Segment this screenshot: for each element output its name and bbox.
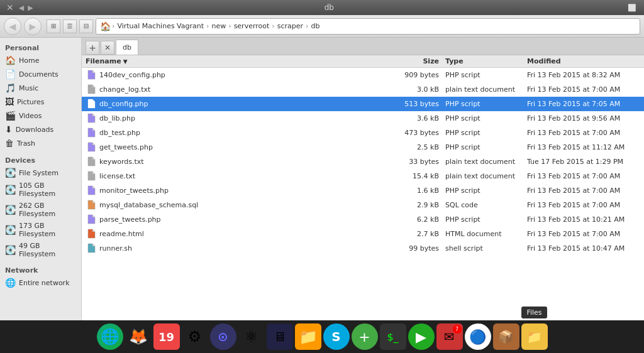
file-size: 909 bytes <box>389 71 445 79</box>
table-row[interactable]: license.txt 15.4 kB plain text document … <box>82 169 644 183</box>
file-list: 140dev_config.php 909 bytes PHP script F… <box>82 68 644 320</box>
taskbar-display[interactable]: 🖥 <box>267 323 293 350</box>
disk-105-icon: 💽 <box>5 185 16 195</box>
sidebar: Personal 🏠 Home 📄 Documents 🎵 Music 🖼 Pi… <box>0 38 82 320</box>
titlebar-right: ⬜ <box>625 4 639 12</box>
breadcrumb-item-4[interactable]: db <box>309 22 321 30</box>
file-modified: Fri 13 Feb 2015 at 7:05 AM <box>527 100 640 108</box>
taskbar-chrome[interactable]: 🔵 <box>465 323 491 350</box>
file-size: 2.7 kB <box>389 230 445 238</box>
sidebar-trash-label: Trash <box>17 139 35 148</box>
file-name: readme.html <box>99 230 389 238</box>
sidebar-item-pictures[interactable]: 🖼 Pictures <box>0 95 81 109</box>
file-size: 1.6 kB <box>389 187 445 195</box>
sep5: › <box>306 22 308 30</box>
col-filename-header[interactable]: Filename ▼ <box>86 57 389 65</box>
file-modified: Fri 13 Feb 2015 at 7:00 AM <box>527 172 640 180</box>
breadcrumb-item-2[interactable]: serverroot <box>233 22 271 30</box>
sidebar-item-filesystem[interactable]: 💽 File System <box>0 166 81 180</box>
file-name: runner.sh <box>99 244 389 253</box>
table-row[interactable]: 140dev_config.php 909 bytes PHP script F… <box>82 68 644 82</box>
table-row[interactable]: runner.sh 99 bytes shell script Fri 13 F… <box>82 241 644 256</box>
trash-icon: 🗑 <box>5 138 14 148</box>
taskbar-files-2[interactable]: 📁 <box>295 323 321 350</box>
table-row[interactable]: db_test.php 473 bytes PHP script Fri 13 … <box>82 126 644 140</box>
view-column-button[interactable]: ⊟ <box>79 19 93 33</box>
tab-db[interactable]: db <box>116 40 138 55</box>
table-row[interactable]: db_lib.php 3.6 kB PHP script Fri 13 Feb … <box>82 111 644 126</box>
sidebar-music-label: Music <box>19 84 38 92</box>
sidebar-item-network[interactable]: 🌐 Entire network <box>0 276 81 290</box>
sidebar-item-downloads[interactable]: ⬇ Downloads <box>0 122 81 136</box>
taskbar-add[interactable]: + <box>352 323 378 350</box>
file-type-icon <box>86 170 97 182</box>
close-btn[interactable]: ✕ <box>5 3 15 13</box>
taskbar-archive[interactable]: 📦 <box>493 323 519 350</box>
breadcrumb-home[interactable]: 🏠 <box>100 21 111 31</box>
table-row[interactable]: mysql_database_schema.sql 2.9 kB SQL cod… <box>82 198 644 212</box>
file-name: keywords.txt <box>99 158 389 166</box>
file-size: 3.0 kB <box>389 85 445 94</box>
downloads-icon: ⬇ <box>5 124 13 134</box>
sidebar-item-music[interactable]: 🎵 Music <box>0 81 81 95</box>
music-icon: 🎵 <box>5 83 16 93</box>
table-row[interactable]: get_tweets.php 2.5 kB PHP script Fri 13 … <box>82 140 644 155</box>
table-row[interactable]: readme.html 2.7 kB HTML document Fri 13 … <box>82 227 644 241</box>
view-grid-button[interactable]: ⊞ <box>47 19 60 33</box>
sep1: › <box>112 22 114 30</box>
file-size: 473 bytes <box>389 129 445 137</box>
file-modified: Fri 13 Feb 2015 at 7:00 AM <box>527 230 640 238</box>
table-row[interactable]: change_log.txt 3.0 kB plain text documen… <box>82 82 644 97</box>
nav-fwd-arrow: ▶ <box>28 4 33 12</box>
back-button[interactable]: ◀ <box>4 18 21 35</box>
table-row[interactable]: monitor_tweets.php 1.6 kB PHP script Fri… <box>82 183 644 198</box>
breadcrumb-item-0[interactable]: Virtual Machines Vagrant <box>116 22 205 30</box>
sidebar-49gb-label: 49 GB Filesystem <box>19 242 76 258</box>
sidebar-item-262gb[interactable]: 💽 262 GB Filesystem <box>0 200 81 220</box>
breadcrumb-item-1[interactable]: new <box>210 22 227 30</box>
sidebar-item-documents[interactable]: 📄 Documents <box>0 67 81 81</box>
file-type-icon <box>86 199 97 210</box>
sidebar-item-home[interactable]: 🏠 Home <box>0 53 81 67</box>
taskbar-firefox[interactable]: 🦊 <box>125 323 152 350</box>
file-type-icon <box>86 228 97 239</box>
sidebar-item-49gb[interactable]: 💽 49 GB Filesystem <box>0 240 81 260</box>
sidebar-documents-label: Documents <box>19 70 58 79</box>
taskbar-browser[interactable]: 🌐 <box>97 323 123 350</box>
taskbar-skype[interactable]: S <box>323 323 350 350</box>
file-size: 2.9 kB <box>389 201 445 209</box>
window-title: db <box>33 3 625 12</box>
taskbar-mail[interactable]: ✉ 7 <box>436 323 463 350</box>
toolbar: ◀ ▶ ⊞ ☰ ⊟ 🏠 › Virtual Machines Vagrant ›… <box>0 15 644 38</box>
table-row[interactable]: parse_tweets.php 6.2 kB PHP script Fri 1… <box>82 212 644 227</box>
forward-button[interactable]: ▶ <box>24 18 42 35</box>
taskbar-atom[interactable]: ⚛ <box>238 323 265 350</box>
taskbar-files-active[interactable]: 📁 Files <box>521 323 548 350</box>
view-list-button[interactable]: ☰ <box>63 19 77 33</box>
add-tab-button[interactable]: + <box>86 41 99 55</box>
sidebar-item-105gb[interactable]: 💽 105 GB Filesystem <box>0 180 81 200</box>
file-type: plain text document <box>445 158 527 166</box>
col-size-header[interactable]: Size <box>389 57 445 65</box>
maximize-icon[interactable]: ⬜ <box>625 4 639 12</box>
breadcrumb-item-3[interactable]: scraper <box>276 22 304 30</box>
sidebar-section-devices: Devices <box>0 154 81 166</box>
sidebar-network-label: Entire network <box>19 279 70 287</box>
table-row[interactable]: keywords.txt 33 bytes plain text documen… <box>82 155 644 169</box>
sidebar-item-trash[interactable]: 🗑 Trash <box>0 136 81 150</box>
sidebar-item-videos[interactable]: 🎬 Videos <box>0 109 81 122</box>
taskbar-toggle[interactable]: ⚙ <box>182 323 208 350</box>
taskbar-terminal[interactable]: $_ <box>380 323 406 350</box>
table-row[interactable]: db_config.php 513 bytes PHP script Fri 1… <box>82 97 644 111</box>
videos-icon: 🎬 <box>5 111 16 121</box>
file-name: 140dev_config.php <box>99 71 389 79</box>
sidebar-105gb-label: 105 GB Filesystem <box>19 182 76 198</box>
taskbar-media[interactable]: ▶ <box>408 323 435 350</box>
close-tab-button[interactable]: ✕ <box>101 41 114 55</box>
sidebar-item-173gb[interactable]: 💽 173 GB Filesystem <box>0 220 81 240</box>
col-modified-header[interactable]: Modified <box>527 57 640 65</box>
taskbar-blue-circle[interactable]: ⊙ <box>210 323 236 350</box>
taskbar-calendar[interactable]: 19 <box>153 323 180 350</box>
col-type-header[interactable]: Type <box>445 57 527 65</box>
file-name: monitor_tweets.php <box>99 187 389 195</box>
